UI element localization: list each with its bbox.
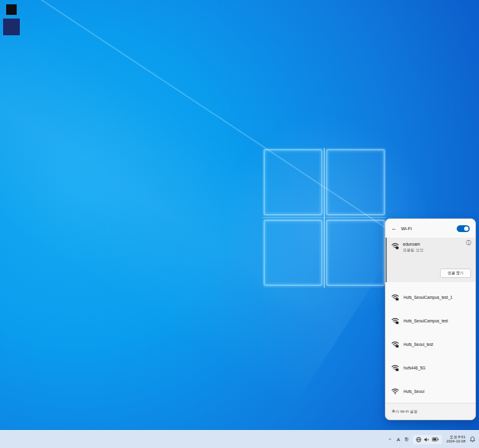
- desktop-icon-black[interactable]: [6, 4, 17, 15]
- wifi-toggle-knob: [464, 226, 468, 231]
- windows-logo-wallpaper: [262, 148, 386, 288]
- wifi-network-item[interactable]: Hufs_SeoulCampus_test: [386, 309, 475, 332]
- more-wifi-settings-link[interactable]: 추가 Wi-Fi 설정: [386, 403, 475, 420]
- wifi-lock-icon: [391, 242, 399, 249]
- wifi-lock-icon: [391, 340, 399, 348]
- connection-status: 연결됨, 보안: [403, 248, 423, 253]
- wifi-network-item[interactable]: Hufs_SeoulCampus_test_1: [386, 285, 475, 309]
- wifi-panel-header: ← Wi-Fi: [386, 219, 475, 238]
- network-ssid: hufs446_5G: [403, 366, 425, 370]
- show-hidden-icons-chevron[interactable]: ^: [387, 437, 392, 442]
- korean-ime-indicator[interactable]: 한: [404, 436, 408, 442]
- network-ssid: Hufs_SeoulCampus_test_1: [403, 295, 452, 299]
- volume-icon: [424, 437, 429, 442]
- wifi-lock-icon: [391, 317, 399, 324]
- disconnect-button[interactable]: 연결 끊기: [440, 269, 471, 278]
- globe-icon: [416, 437, 421, 442]
- back-arrow-icon[interactable]: ←: [391, 225, 397, 231]
- bell-icon[interactable]: [470, 436, 477, 442]
- wifi-network-item[interactable]: Hufs_Seoul: [386, 379, 475, 403]
- battery-icon: [432, 437, 439, 442]
- connected-ssid: eduroam: [403, 242, 423, 246]
- system-tray-icons[interactable]: [413, 435, 442, 444]
- desktop-icon-navy[interactable]: [3, 19, 20, 35]
- language-indicator[interactable]: A: [397, 437, 400, 442]
- taskbar-clock[interactable]: 오전 8:51 2024-10-08: [446, 435, 465, 444]
- info-icon[interactable]: ⓘ: [466, 241, 471, 246]
- network-ssid: Hufs_Seoul: [403, 389, 425, 394]
- wifi-panel-title: Wi-Fi: [401, 226, 457, 231]
- wifi-toggle[interactable]: [457, 225, 470, 232]
- taskbar: ^ A 한 오전 8:51 2024-10-08: [0, 430, 479, 448]
- network-ssid: Hufs_SeoulCampus_test: [403, 319, 448, 323]
- wifi-network-item[interactable]: hufs446_5G: [386, 356, 475, 379]
- wifi-icon: [391, 387, 399, 395]
- clock-date: 2024-10-08: [446, 439, 465, 444]
- connected-network-item[interactable]: eduroam 연결됨, 보안 ⓘ 연결 끊기: [386, 238, 475, 282]
- network-ssid: Hufs_Seoul_test: [403, 342, 433, 347]
- wifi-lock-icon: [391, 293, 399, 301]
- wifi-network-list: Hufs_SeoulCampus_test_1 Hufs_SeoulCampus…: [386, 282, 475, 403]
- wifi-network-item[interactable]: Hufs_Seoul_test: [386, 332, 475, 356]
- wifi-lock-icon: [391, 364, 399, 371]
- wifi-flyout-panel: ← Wi-Fi eduroam 연결됨, 보안 ⓘ 연결 끊기: [385, 218, 476, 420]
- clock-time: 오전 8:51: [446, 435, 465, 439]
